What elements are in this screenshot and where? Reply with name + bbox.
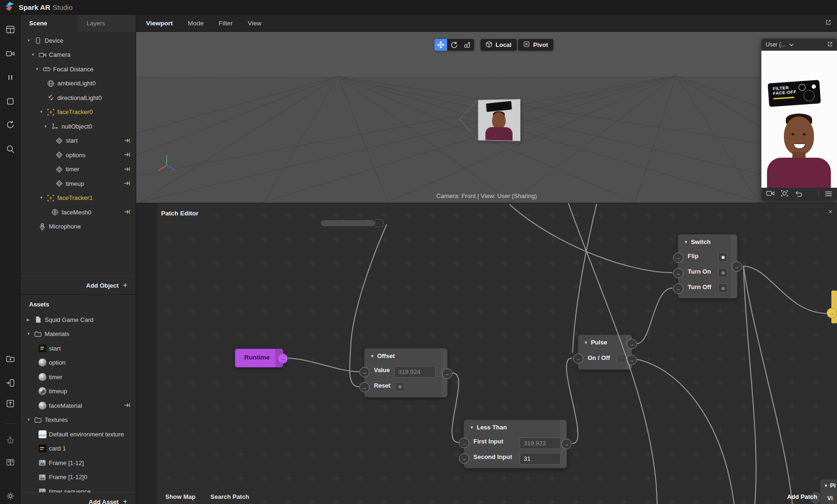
tab-scene[interactable]: Scene: [21, 15, 78, 32]
patch-editor-panel[interactable]: Patch Editor × Runtime → ▼Offset Value 3…: [157, 203, 837, 504]
pulse-output-port-bottom[interactable]: →: [627, 355, 637, 365]
pause-icon[interactable]: [6, 73, 15, 82]
layout-panels-icon[interactable]: [6, 25, 15, 34]
tree-item-microphone[interactable]: Microphone: [21, 220, 136, 234]
asset-item-frame-1-12[interactable]: Frame [1-12]: [21, 456, 136, 470]
tree-item-timer[interactable]: timer: [21, 162, 136, 177]
menu-hamburger-icon[interactable]: [825, 190, 832, 199]
pulse-input-port[interactable]: →: [573, 353, 583, 364]
viewport-3d-canvas[interactable]: Local Pivot Camera: Front | View: User (…: [136, 32, 837, 203]
publish-icon[interactable]: [6, 399, 15, 408]
caret-down-icon[interactable]: ▼: [39, 196, 46, 200]
turn-off-input-port[interactable]: →: [673, 283, 683, 294]
caret-down-icon[interactable]: ▼: [27, 332, 33, 336]
caret-down-icon[interactable]: ▼: [44, 124, 50, 129]
tree-item-facetracker0[interactable]: ▼ faceTracker0: [21, 105, 136, 120]
tab-layers[interactable]: Layers: [78, 15, 136, 32]
turn-on-button[interactable]: [718, 268, 728, 277]
patch-node-switch[interactable]: ▼Switch Flip Turn On Turn Off → → → →: [678, 234, 737, 298]
asset-item-squid-game-card[interactable]: ▶ Squid Game Card: [21, 313, 136, 327]
asset-item-card1[interactable]: card 1: [21, 442, 136, 456]
move-tool-button[interactable]: [434, 39, 448, 51]
debug-bug-icon[interactable]: [6, 435, 15, 445]
first-input-field[interactable]: 319.923: [519, 437, 561, 449]
add-object-button[interactable]: Add Object +: [21, 276, 136, 294]
settings-gear-icon[interactable]: [6, 491, 15, 501]
add-patch-button[interactable]: Add Patch: [787, 493, 817, 500]
send-to-device-icon[interactable]: [6, 378, 15, 388]
insert-arrow-icon[interactable]: [124, 166, 131, 174]
turn-on-input-port[interactable]: →: [673, 268, 683, 278]
asset-item-frame-1-12-0[interactable]: Frame [1-12]0: [21, 470, 136, 485]
asset-item-timeup[interactable]: timeup: [21, 384, 136, 399]
node-caret-icon[interactable]: ▼: [470, 425, 474, 430]
pulse-output-port-top[interactable]: →: [627, 339, 637, 349]
tree-item-facemesh0[interactable]: faceMesh0: [21, 205, 136, 220]
tree-item-nullobject0[interactable]: ▼ nullObject0: [21, 119, 136, 134]
tree-item-options[interactable]: options: [21, 148, 136, 162]
stop-icon[interactable]: [6, 97, 15, 106]
offset-value-field[interactable]: 319.924: [394, 366, 435, 378]
pivot-button[interactable]: Pivot: [518, 39, 553, 51]
menu-viewport[interactable]: Viewport: [146, 20, 173, 27]
offset-value-port[interactable]: →: [359, 367, 370, 377]
patch-node-pulse[interactable]: ▼Pulse On / Off → → →: [578, 335, 632, 370]
asset-item-materials[interactable]: ▼ Materials: [21, 327, 136, 342]
tree-item-ambientlight[interactable]: ambientLight0: [21, 76, 136, 91]
flip-input-port[interactable]: →: [673, 252, 683, 263]
close-patch-icon[interactable]: ×: [829, 208, 832, 215]
patch-node-fragment-yellow[interactable]: [831, 290, 837, 323]
yellow-input-port[interactable]: →: [827, 308, 837, 318]
patch-node-fragment-pi[interactable]: ▼Pi Vi: [820, 479, 837, 504]
patch-node-less-than[interactable]: ▼Less Than First Input 319.923 Second In…: [464, 420, 567, 468]
face-tracker-object[interactable]: [478, 99, 520, 141]
caret-down-icon[interactable]: ▼: [31, 53, 38, 57]
offset-output-port[interactable]: →: [442, 368, 452, 379]
capture-rotate-icon[interactable]: [781, 190, 789, 199]
patch-node-offset[interactable]: ▼Offset Value 319.924 Reset → → →: [364, 348, 448, 397]
node-caret-icon[interactable]: ▼: [684, 240, 688, 244]
caret-down-icon[interactable]: ▼: [35, 67, 42, 71]
popout-viewport-icon[interactable]: [825, 19, 831, 27]
scale-tool-button[interactable]: [461, 39, 474, 51]
tree-item-timeup[interactable]: timeup: [21, 176, 136, 191]
tree-item-directionallight[interactable]: directionalLight0: [21, 91, 136, 105]
video-camera-icon[interactable]: [6, 49, 15, 58]
first-input-port[interactable]: →: [459, 438, 469, 448]
asset-item-default-env-texture[interactable]: Default environment texture: [21, 427, 136, 442]
chevron-down-icon[interactable]: [789, 41, 794, 48]
menu-view[interactable]: View: [248, 20, 262, 27]
less-than-output-port[interactable]: →: [561, 439, 572, 449]
node-caret-icon[interactable]: ▼: [584, 340, 588, 345]
flip-toggle-button[interactable]: [718, 252, 728, 262]
pulse-onoff-field[interactable]: [617, 354, 626, 363]
tree-item-facetracker1[interactable]: ▼ faceTracker1: [21, 191, 136, 206]
asset-item-timer[interactable]: timer: [21, 370, 136, 384]
tree-item-start[interactable]: start: [21, 134, 136, 148]
second-input-field[interactable]: 31: [519, 453, 561, 465]
reset-undo-icon[interactable]: [795, 190, 803, 199]
offset-reset-port[interactable]: →: [359, 382, 370, 392]
camera-source-label[interactable]: User (...: [766, 41, 786, 48]
asset-item-textures[interactable]: ▼ Textures: [21, 413, 136, 428]
asset-item-facematerial[interactable]: faceMaterial: [21, 398, 136, 413]
node-caret-icon[interactable]: ▼: [370, 354, 374, 359]
add-folder-icon[interactable]: [6, 354, 15, 364]
insert-arrow-icon[interactable]: [124, 152, 131, 159]
turn-off-button[interactable]: [718, 283, 728, 293]
insert-arrow-icon[interactable]: [124, 209, 131, 216]
caret-right-icon[interactable]: ▶: [27, 318, 33, 322]
popout-preview-icon[interactable]: [827, 41, 833, 48]
docs-icon[interactable]: [6, 458, 15, 467]
rotate-tool-button[interactable]: [448, 39, 461, 51]
caret-down-icon[interactable]: ▼: [39, 110, 46, 114]
offset-reset-button[interactable]: [395, 382, 404, 391]
asset-item-start[interactable]: start: [21, 341, 136, 356]
caret-down-icon[interactable]: ▼: [27, 418, 33, 422]
local-button[interactable]: Local: [480, 39, 517, 51]
insert-arrow-icon[interactable]: [124, 180, 131, 188]
search-patch-button[interactable]: Search Patch: [210, 493, 249, 500]
show-map-button[interactable]: Show Map: [165, 493, 195, 500]
restart-icon[interactable]: [6, 120, 15, 130]
switch-output-port[interactable]: →: [732, 261, 742, 272]
